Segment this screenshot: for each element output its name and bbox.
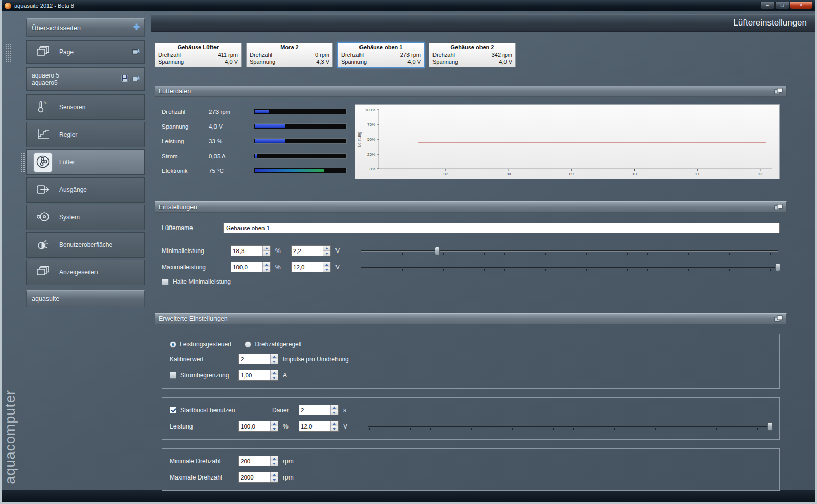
max-rpm-input[interactable] bbox=[239, 472, 270, 482]
startboost-label[interactable]: Startboost benutzen bbox=[180, 407, 272, 414]
stepper-up-icon[interactable] bbox=[271, 472, 278, 477]
device-options-icon[interactable] bbox=[132, 74, 140, 84]
hold-min-power-label[interactable]: Halte Minimalleistung bbox=[173, 278, 231, 285]
slider-thumb[interactable] bbox=[767, 422, 773, 431]
stepper-down-icon[interactable] bbox=[323, 267, 330, 272]
sidebar-item-luefter[interactable]: Lüfter bbox=[26, 149, 145, 175]
max-power-percent-stepper[interactable] bbox=[231, 262, 271, 272]
stepper-up-icon[interactable] bbox=[323, 246, 330, 250]
duration-input[interactable] bbox=[299, 405, 330, 415]
min-rpm-stepper[interactable] bbox=[238, 456, 278, 466]
stepper-down-icon[interactable] bbox=[263, 250, 270, 256]
stepper-up-icon[interactable] bbox=[331, 405, 338, 410]
hold-min-power-checkbox[interactable] bbox=[162, 279, 169, 285]
sidebar-item-sensoren[interactable]: °C Sensoren bbox=[26, 94, 145, 120]
slider-track[interactable] bbox=[361, 250, 778, 251]
current-limit-input[interactable] bbox=[239, 370, 270, 380]
save-icon[interactable] bbox=[121, 74, 129, 84]
duration-stepper[interactable] bbox=[299, 405, 339, 415]
data-value: 273 rpm bbox=[209, 109, 254, 115]
data-label: Leistung bbox=[162, 138, 209, 144]
stepper-down-icon[interactable] bbox=[271, 375, 278, 380]
stepper-down-icon[interactable] bbox=[263, 267, 270, 272]
boost-volt-stepper[interactable] bbox=[299, 421, 339, 432]
calibration-input[interactable] bbox=[239, 354, 270, 364]
minimize-button[interactable]: – bbox=[760, 2, 775, 9]
settings-panel: Einstellungen Lüftername Minimalleistung bbox=[155, 201, 787, 298]
detach-panel-icon[interactable] bbox=[774, 204, 783, 211]
rpm-label: Drehzahl bbox=[158, 51, 181, 58]
current-limit-label[interactable]: Strombegrenzung bbox=[180, 372, 238, 379]
stepper-up-icon[interactable] bbox=[323, 262, 330, 267]
max-power-volt-stepper[interactable] bbox=[291, 262, 331, 272]
current-limit-checkbox[interactable] bbox=[170, 372, 176, 379]
stepper-down-icon[interactable] bbox=[331, 410, 338, 415]
fan-card[interactable]: Gehäuse oben 2 Drehzahl342 rpm Spannung4… bbox=[429, 43, 516, 67]
min-power-percent-input[interactable] bbox=[231, 246, 262, 256]
fan-card[interactable]: Gehäuse Lüfter Drehzahl411 rpm Spannung4… bbox=[155, 43, 242, 67]
close-button[interactable]: × bbox=[790, 2, 812, 9]
sidebar-item-system[interactable]: System bbox=[26, 205, 145, 230]
stepper-down-icon[interactable] bbox=[323, 250, 330, 256]
calibration-stepper[interactable] bbox=[238, 354, 278, 364]
outputs-icon bbox=[35, 182, 51, 198]
stepper-up-icon[interactable] bbox=[271, 421, 278, 426]
svg-text:Leistung: Leistung bbox=[357, 132, 362, 147]
stepper-up-icon[interactable] bbox=[271, 456, 278, 461]
fan-card[interactable]: Gehäuse oben 1 Drehzahl273 rpm Spannung4… bbox=[338, 43, 424, 67]
min-power-slider[interactable] bbox=[361, 246, 778, 256]
sidebar-item-ausgaenge[interactable]: Ausgänge bbox=[26, 177, 145, 203]
boost-volt-input[interactable] bbox=[299, 421, 330, 431]
stepper-down-icon[interactable] bbox=[271, 477, 278, 482]
max-power-slider[interactable] bbox=[361, 262, 778, 272]
add-page-icon[interactable] bbox=[133, 23, 140, 32]
fan-card[interactable]: Mora 2 Drehzahl0 rpm Spannung4,3 V bbox=[246, 43, 333, 67]
rpm-controlled-label[interactable]: Drehzahlgeregelt bbox=[255, 341, 301, 348]
min-power-volt-stepper[interactable] bbox=[291, 245, 331, 256]
slider-track[interactable] bbox=[361, 267, 778, 268]
boost-percent-input[interactable] bbox=[239, 421, 270, 431]
detach-panel-icon[interactable] bbox=[774, 88, 783, 95]
min-rpm-input[interactable] bbox=[239, 456, 270, 466]
min-power-percent-stepper[interactable] bbox=[231, 245, 271, 256]
maximize-button[interactable]: □ bbox=[775, 2, 789, 9]
sidebar-item-anzeigeseiten[interactable]: Anzeigeseiten bbox=[26, 260, 145, 285]
slider-track[interactable] bbox=[368, 426, 770, 427]
sidebar-item-regler[interactable]: Regler bbox=[26, 122, 145, 147]
max-power-percent-input[interactable] bbox=[231, 262, 262, 272]
gauge-bar bbox=[254, 138, 347, 144]
page-options-icon[interactable] bbox=[132, 47, 140, 57]
stepper-down-icon[interactable] bbox=[271, 461, 278, 466]
stepper-down-icon[interactable] bbox=[271, 359, 278, 364]
stepper-up-icon[interactable] bbox=[271, 354, 278, 359]
min-power-volt-input[interactable] bbox=[292, 246, 323, 256]
boost-percent-stepper[interactable] bbox=[238, 421, 278, 432]
stepper-up-icon[interactable] bbox=[263, 246, 270, 250]
slider-thumb[interactable] bbox=[435, 247, 440, 255]
sidebar-item-page[interactable]: Page bbox=[26, 40, 145, 64]
device-header[interactable]: aquaero 5 aquaero5 bbox=[26, 67, 145, 91]
stepper-down-icon[interactable] bbox=[271, 426, 278, 431]
boost-power-slider[interactable] bbox=[368, 421, 770, 432]
power-controlled-label[interactable]: Leistungsgesteuert bbox=[180, 341, 231, 348]
slider-thumb[interactable] bbox=[775, 263, 780, 271]
stepper-up-icon[interactable] bbox=[271, 370, 278, 375]
stepper-down-icon[interactable] bbox=[331, 426, 338, 431]
window-title: aquasuite 2012 - Beta 8 bbox=[14, 3, 760, 9]
startboost-checkbox[interactable] bbox=[170, 407, 176, 413]
power-controlled-radio[interactable] bbox=[170, 341, 176, 348]
rpm-controlled-radio[interactable] bbox=[245, 341, 251, 348]
stepper-up-icon[interactable] bbox=[263, 262, 270, 267]
current-limit-stepper[interactable] bbox=[238, 370, 278, 381]
stepper-up-icon[interactable] bbox=[331, 421, 338, 426]
percent-unit: % bbox=[271, 264, 291, 271]
fan-name-input[interactable] bbox=[223, 223, 780, 233]
max-rpm-stepper[interactable] bbox=[238, 472, 278, 483]
aquasuite-section-header[interactable]: aquasuite bbox=[26, 290, 145, 307]
sidebar-item-benutzeroberflaeche[interactable]: Benutzeroberfläche bbox=[26, 232, 145, 258]
detach-panel-icon[interactable] bbox=[774, 315, 783, 322]
sidebar-drag-handle[interactable] bbox=[5, 44, 12, 63]
svg-text:25%: 25% bbox=[367, 152, 375, 157]
calibration-unit: Impulse pro Umdrehung bbox=[278, 356, 349, 363]
max-power-volt-input[interactable] bbox=[292, 262, 323, 272]
